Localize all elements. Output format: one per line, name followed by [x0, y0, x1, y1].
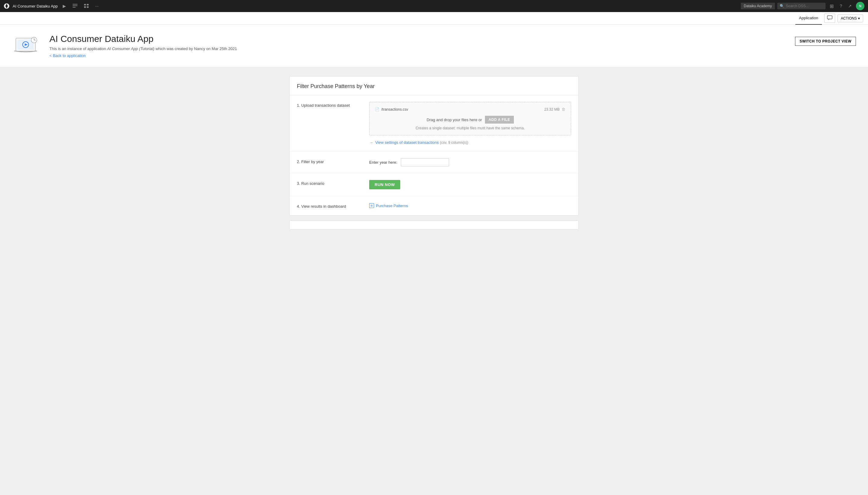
run-content: RUN NOW [369, 180, 571, 189]
section-upload: 1. Upload transactions dataset 📄 /transa… [290, 95, 578, 152]
file-icon: 📄 [375, 107, 379, 112]
play-button[interactable]: ▶ [61, 2, 68, 10]
search-icon: 🔍 [780, 4, 784, 8]
svg-rect-2 [73, 5, 77, 6]
upload-zone: 📄 /transactions.csv 23.32 MB 🗑 Drag and … [369, 102, 571, 135]
header-content: AI Consumer Dataiku App This is an insta… [49, 34, 788, 58]
add-file-button[interactable]: ADD A FILE [485, 116, 514, 124]
filter-label: 2. Filter by year [297, 158, 363, 164]
view-settings-row: →View settings of dataset transactions (… [369, 138, 571, 145]
svg-rect-6 [84, 6, 86, 8]
dashboard-content: ⊞ Purchase Patterns [369, 203, 571, 208]
top-nav-right: Dataiku Academy 🔍 ⊞ ? ↗ N [741, 2, 864, 10]
arrow-right-icon: → [369, 140, 373, 145]
tab-application[interactable]: Application [795, 12, 822, 25]
svg-rect-1 [73, 4, 77, 4]
run-now-button[interactable]: RUN NOW [369, 180, 400, 189]
app-name-italic: AI Consumer App (Tutorial) [107, 47, 155, 51]
actions-button[interactable]: ACTIONS ▾ [837, 15, 863, 22]
section-run: 3. Run scenario RUN NOW [290, 173, 578, 196]
delete-file-button[interactable]: 🗑 [561, 107, 566, 112]
purchase-patterns-text: Purchase Patterns [376, 204, 408, 208]
upload-content: 📄 /transactions.csv 23.32 MB 🗑 Drag and … [369, 102, 571, 145]
nav-app-title: AI Consumer Dataiku App [13, 4, 58, 8]
back-to-application-link[interactable]: < Back to application [49, 53, 86, 58]
file-name: 📄 /transactions.csv [375, 107, 408, 112]
drop-text: Drag and drop your files here or [427, 118, 482, 122]
search-input[interactable] [777, 3, 826, 9]
svg-rect-8 [827, 16, 832, 19]
user-avatar[interactable]: N [856, 2, 864, 10]
svg-rect-5 [87, 4, 89, 5]
description-suffix: which was created by Nancy on Mar 25th 2… [154, 47, 237, 51]
secondary-nav: Application ACTIONS ▾ [0, 12, 868, 25]
section-filter: 2. Filter by year Enter year here: [290, 152, 578, 173]
upload-label: 1. Upload transactions dataset [297, 102, 363, 108]
top-nav-left: AI Consumer Dataiku App ▶ ··· [4, 2, 738, 10]
switch-to-project-view-button[interactable]: SWITCH TO PROJECT VIEW [795, 37, 856, 46]
help-button[interactable]: ? [838, 2, 844, 10]
schema-hint: Creates a single dataset: multiple files… [375, 126, 566, 130]
dataiku-logo[interactable] [4, 3, 10, 9]
search-wrapper: 🔍 [777, 3, 826, 9]
academy-button[interactable]: Dataiku Academy [741, 3, 775, 9]
description-text: This is an instance of application [49, 47, 107, 51]
card-title: Filter Purchase Patterns by Year [290, 76, 578, 95]
year-row: Enter year here: [369, 158, 571, 166]
file-size-row: 23.32 MB 🗑 [544, 107, 566, 112]
more-button[interactable]: ··· [93, 2, 101, 10]
actions-label: ACTIONS [841, 16, 857, 20]
year-input-label: Enter year here: [369, 160, 397, 165]
analytics-button[interactable]: ↗ [846, 2, 853, 10]
file-size-text: 23.32 MB [544, 107, 560, 112]
view-settings-link[interactable]: →View settings of dataset transactions [369, 140, 439, 145]
dashboard-label: 4. View results in dashboard [297, 203, 363, 209]
app-main-title: AI Consumer Dataiku App [49, 34, 788, 44]
grid-button[interactable] [82, 3, 90, 9]
main-card: Filter Purchase Patterns by Year 1. Uplo… [289, 76, 579, 216]
docs-button[interactable] [71, 3, 79, 9]
top-nav: AI Consumer Dataiku App ▶ ··· Dataiku Ac… [0, 0, 868, 12]
file-name-text: /transactions.csv [381, 107, 408, 112]
app-icon [12, 34, 42, 58]
drop-area: Drag and drop your files here or ADD A F… [375, 116, 566, 124]
section-dashboard: 4. View results in dashboard ⊞ Purchase … [290, 196, 578, 215]
main-content: Filter Purchase Patterns by Year 1. Uplo… [0, 67, 868, 238]
bottom-card [289, 220, 579, 229]
svg-rect-3 [73, 7, 76, 7]
svg-rect-7 [87, 6, 89, 8]
run-label: 3. Run scenario [297, 180, 363, 186]
comment-button[interactable] [824, 14, 835, 23]
filter-content: Enter year here: [369, 158, 571, 166]
view-settings-suffix: (csv, 9 column(s)) [440, 140, 468, 145]
apps-grid-button[interactable]: ⊞ [828, 2, 835, 10]
file-row: 📄 /transactions.csv 23.32 MB 🗑 [375, 107, 566, 112]
header-section: AI Consumer Dataiku App This is an insta… [0, 25, 868, 67]
year-input[interactable] [401, 158, 449, 166]
app-description: This is an instance of application AI Co… [49, 47, 788, 51]
svg-rect-4 [84, 4, 86, 5]
dashboard-icon: ⊞ [369, 203, 374, 208]
actions-chevron-icon: ▾ [858, 16, 860, 20]
purchase-patterns-link[interactable]: ⊞ Purchase Patterns [369, 203, 408, 208]
